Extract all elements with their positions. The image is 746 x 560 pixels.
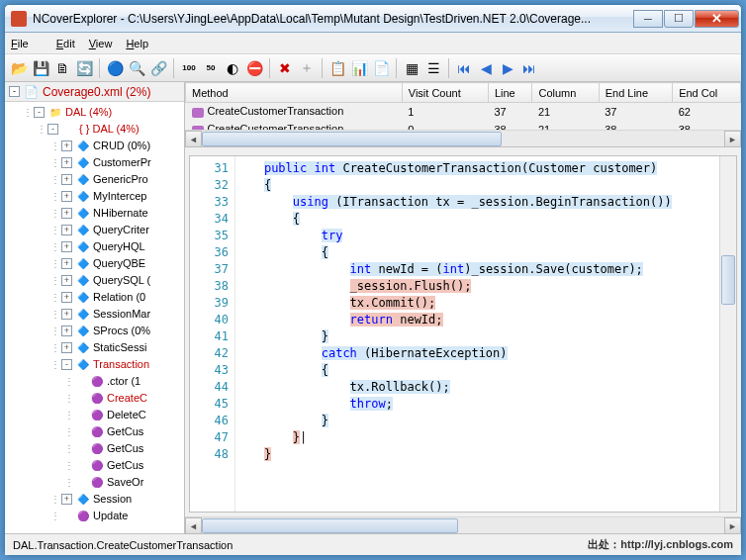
code-area[interactable]: public int CreateCustomerTransaction(Cus… bbox=[235, 156, 719, 512]
expander-icon[interactable]: + bbox=[61, 326, 72, 336]
expander-icon[interactable]: + bbox=[61, 241, 72, 252]
saveall-icon[interactable]: 🗎 bbox=[52, 58, 72, 78]
expander-icon[interactable]: + bbox=[61, 208, 72, 219]
tree-row[interactable]: ⋮+🔷QuerySQL ( bbox=[5, 272, 184, 289]
tree-row[interactable]: ⋮+🔷QueryQBE bbox=[5, 255, 184, 272]
grid-row[interactable]: CreateCustomerTransaction137213762 bbox=[186, 103, 741, 121]
expander-icon[interactable]: + bbox=[61, 292, 72, 303]
save-icon[interactable]: 💾 bbox=[31, 58, 50, 78]
scroll-thumb[interactable] bbox=[202, 132, 502, 146]
vscroll-thumb[interactable] bbox=[721, 255, 735, 305]
expander-icon[interactable]: + bbox=[61, 225, 72, 235]
code-vscroll[interactable] bbox=[719, 156, 736, 512]
tree[interactable]: ⋮-📁DAL (4%)⋮-{ } DAL (4%)⋮+🔷CRUD (0%)⋮+🔷… bbox=[5, 102, 184, 533]
method-grid[interactable]: MethodVisit CountLineColumnEnd LineEnd C… bbox=[185, 82, 741, 130]
col-header[interactable]: End Line bbox=[599, 83, 672, 103]
expander-icon[interactable]: - bbox=[61, 359, 72, 370]
delete-icon[interactable]: ✖ bbox=[275, 58, 295, 78]
expander-icon[interactable]: + bbox=[61, 494, 72, 505]
expander-icon[interactable]: - bbox=[34, 107, 45, 118]
grid-row[interactable]: CreateCustomerTransaction038213838 bbox=[186, 121, 741, 131]
nav-last-icon[interactable]: ⏭ bbox=[519, 58, 539, 78]
scroll-left-icon[interactable]: ◄ bbox=[185, 131, 202, 147]
menu-help[interactable]: Help bbox=[126, 38, 148, 49]
tree-row[interactable]: ⋮🟣CreateC bbox=[5, 390, 184, 407]
grid-hscroll[interactable]: ◄ ► bbox=[185, 130, 741, 146]
scroll-left-icon[interactable]: ◄ bbox=[185, 517, 202, 534]
tree-row[interactable]: ⋮-{ } DAL (4%) bbox=[5, 121, 184, 138]
ncover-icon[interactable]: 🔵 bbox=[105, 58, 125, 78]
scroll-right-icon[interactable]: ► bbox=[724, 517, 741, 534]
expander-icon[interactable]: + bbox=[61, 140, 72, 151]
tree-row[interactable]: ⋮+🔷SProcs (0% bbox=[5, 323, 184, 339]
expander-icon[interactable]: + bbox=[61, 258, 72, 269]
percent100-icon[interactable]: 100 bbox=[179, 58, 199, 78]
expander-icon[interactable]: + bbox=[61, 275, 72, 286]
tree-row[interactable]: ⋮-📁DAL (4%) bbox=[5, 104, 184, 121]
menu-edit[interactable]: Edit bbox=[56, 38, 75, 49]
cls-icon: 🔷 bbox=[76, 191, 90, 203]
code-hscroll[interactable]: ◄ ► bbox=[185, 516, 741, 533]
percentany-icon[interactable]: ◐ bbox=[223, 58, 242, 78]
line-number: 38 bbox=[190, 278, 229, 295]
menu-view[interactable]: View bbox=[89, 38, 113, 49]
col-header[interactable]: Line bbox=[488, 83, 532, 103]
close-button[interactable]: ✕ bbox=[695, 10, 739, 28]
refresh-icon[interactable]: 🔄 bbox=[74, 58, 94, 78]
tree-row[interactable]: ⋮+🔷GenericPro bbox=[5, 171, 184, 188]
tree-row[interactable]: ⋮+🔷Relation (0 bbox=[5, 289, 184, 306]
scroll-right-icon[interactable]: ► bbox=[724, 131, 741, 147]
maximize-button[interactable]: ☐ bbox=[664, 10, 694, 28]
tree-row[interactable]: ⋮+🔷SessionMar bbox=[5, 306, 184, 323]
tree-row[interactable]: ⋮🟣SaveOr bbox=[5, 474, 184, 491]
open-icon[interactable]: 📂 bbox=[9, 58, 29, 78]
expander-icon[interactable]: + bbox=[61, 191, 72, 202]
tree-row[interactable]: ⋮🟣GetCus bbox=[5, 440, 184, 457]
tree-row[interactable]: ⋮+🔷QueryCriter bbox=[5, 222, 184, 238]
report2-icon[interactable]: 📊 bbox=[349, 58, 369, 78]
nav-next-icon[interactable]: ▶ bbox=[498, 58, 517, 78]
report3-icon[interactable]: 📄 bbox=[371, 58, 391, 78]
expander-icon[interactable]: + bbox=[61, 309, 72, 320]
report1-icon[interactable]: 📋 bbox=[327, 58, 347, 78]
line-number: 43 bbox=[190, 362, 229, 379]
tree-row[interactable]: ⋮🟣DeleteC bbox=[5, 407, 184, 423]
pane2-icon[interactable]: ☰ bbox=[423, 58, 443, 78]
col-header[interactable]: Visit Count bbox=[402, 83, 488, 103]
col-header[interactable]: Column bbox=[532, 83, 599, 103]
tree-row[interactable]: ⋮+🔷CustomerPr bbox=[5, 154, 184, 171]
expander-icon[interactable]: + bbox=[61, 342, 72, 353]
tree-row[interactable]: ⋮🟣.ctor (1 bbox=[5, 373, 184, 390]
stop-icon[interactable]: ⛔ bbox=[244, 58, 264, 78]
tree-row[interactable]: ⋮🟣GetCus bbox=[5, 457, 184, 474]
tree-row[interactable]: ⋮🟣Update bbox=[5, 508, 184, 524]
tree-row[interactable]: ⋮+🔷QueryHQL bbox=[5, 238, 184, 255]
nav-prev-icon[interactable]: ◀ bbox=[476, 58, 496, 78]
col-header[interactable]: End Col bbox=[673, 83, 741, 103]
expander-icon[interactable]: - bbox=[47, 124, 58, 135]
expander-icon[interactable]: + bbox=[61, 157, 72, 168]
line-number: 46 bbox=[190, 413, 229, 429]
find-icon[interactable]: 🔍 bbox=[127, 58, 146, 78]
tree-row[interactable]: ⋮+🔷MyIntercep bbox=[5, 188, 184, 205]
tree-row[interactable]: ⋮🟣GetCus bbox=[5, 423, 184, 440]
add-icon[interactable]: ＋ bbox=[297, 58, 317, 78]
link-icon[interactable]: 🔗 bbox=[148, 58, 168, 78]
tree-root-expander[interactable]: - bbox=[9, 86, 20, 97]
menu-file[interactable]: File bbox=[11, 38, 43, 49]
tree-row[interactable]: ⋮+🔷CRUD (0%) bbox=[5, 138, 184, 154]
titlebar[interactable]: NCoverExplorer - C:\Users\YJingLee\AppDa… bbox=[5, 5, 741, 33]
tree-row[interactable]: ⋮+🔷StaticSessi bbox=[5, 339, 184, 356]
tree-row[interactable]: ⋮-🔷Transaction bbox=[5, 356, 184, 373]
col-header[interactable]: Method bbox=[186, 83, 403, 103]
pane1-icon[interactable]: ▦ bbox=[402, 58, 421, 78]
percent50-icon[interactable]: 50 bbox=[201, 58, 221, 78]
tree-row[interactable]: ⋮+🔷Session bbox=[5, 491, 184, 508]
scroll-thumb[interactable] bbox=[202, 518, 458, 533]
tree-row[interactable]: ⋮+🔷NHibernate bbox=[5, 205, 184, 222]
minimize-button[interactable]: ─ bbox=[633, 10, 663, 28]
nav-first-icon[interactable]: ⏮ bbox=[454, 58, 474, 78]
m-icon: 🟣 bbox=[90, 443, 104, 455]
expander-icon[interactable]: + bbox=[61, 174, 72, 185]
tree-root-label[interactable]: Coverage0.xml (2%) bbox=[43, 85, 150, 99]
